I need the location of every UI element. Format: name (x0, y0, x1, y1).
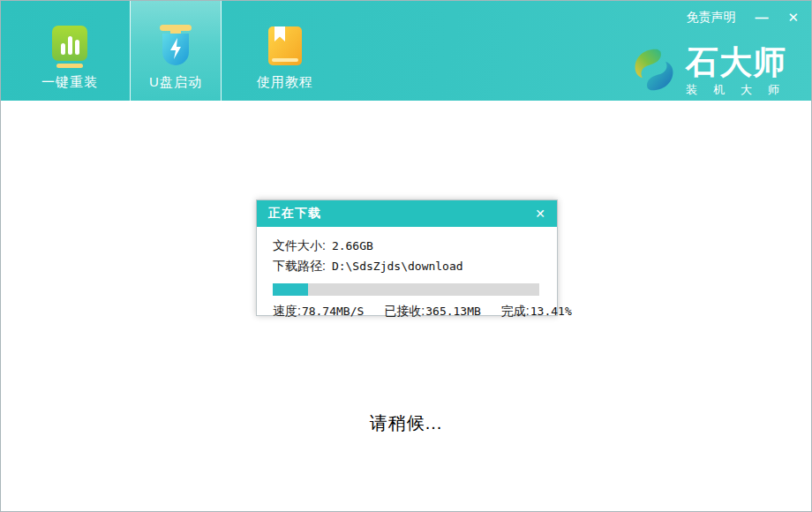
file-size-value: 2.66GB (332, 239, 373, 252)
please-wait-text: 请稍候... (1, 411, 811, 435)
download-dialog: 正在下载 ✕ 文件大小: 2.66GB 下载路径: D:\SdsZjds\dow… (256, 200, 558, 316)
dialog-titlebar: 正在下载 ✕ (257, 200, 557, 227)
window-controls: 免责声明 — ✕ (686, 10, 799, 26)
brand-logo: 石大师 装机大师 (629, 45, 786, 98)
progress-fill (273, 283, 308, 296)
speed-value: 78.74MB/S (302, 305, 364, 318)
received-stat: 已接收: 365.13MB (384, 304, 481, 320)
dialog-body: 文件大小: 2.66GB 下载路径: D:\SdsZjds\download 速… (257, 227, 557, 320)
tab-tutorial[interactable]: 使用教程 (222, 1, 349, 101)
tab-label: 使用教程 (257, 74, 313, 91)
book-icon (265, 24, 305, 68)
tab-usb-boot[interactable]: U盘启动 (130, 1, 222, 101)
close-button[interactable]: ✕ (787, 10, 799, 26)
file-size-row: 文件大小: 2.66GB (273, 238, 541, 256)
download-stats: 速度: 78.74MB/S 已接收: 365.13MB 完成: 13.41% (273, 304, 541, 320)
download-path-row: 下载路径: D:\SdsZjds\download (273, 259, 541, 276)
header: 一键重装 U盘启动 (1, 1, 811, 101)
download-path-value: D:\SdsZjds\download (332, 260, 463, 273)
completed-label: 完成: (501, 304, 530, 320)
brand-name: 石大师 (686, 46, 786, 79)
completed-value: 13.41% (530, 305, 572, 318)
tab-label: U盘启动 (149, 74, 202, 91)
file-size-label: 文件大小: (273, 238, 326, 254)
brand-logo-text: 石大师 装机大师 (686, 46, 786, 98)
brand-logo-icon (629, 45, 679, 98)
dialog-close-icon[interactable]: ✕ (535, 207, 545, 220)
tab-one-click-reinstall[interactable]: 一键重装 (10, 1, 130, 101)
completed-stat: 完成: 13.41% (501, 304, 572, 320)
speed-stat: 速度: 78.74MB/S (273, 304, 364, 320)
app-window: 一键重装 U盘启动 (0, 0, 812, 512)
brand-subtitle: 装机大师 (686, 82, 802, 98)
speed-label: 速度: (273, 304, 301, 320)
received-value: 365.13MB (425, 305, 481, 318)
download-path-label: 下载路径: (273, 259, 326, 275)
tab-label: 一键重装 (41, 74, 98, 91)
minimize-button[interactable]: — (755, 10, 768, 26)
received-label: 已接收: (384, 304, 425, 320)
disclaimer-link[interactable]: 免责声明 (686, 10, 735, 26)
dialog-title: 正在下载 (268, 206, 321, 222)
usb-drive-icon (155, 24, 196, 68)
bar-chart-icon (49, 24, 90, 68)
progress-bar (273, 283, 539, 296)
main-content: 正在下载 ✕ 文件大小: 2.66GB 下载路径: D:\SdsZjds\dow… (1, 101, 811, 512)
